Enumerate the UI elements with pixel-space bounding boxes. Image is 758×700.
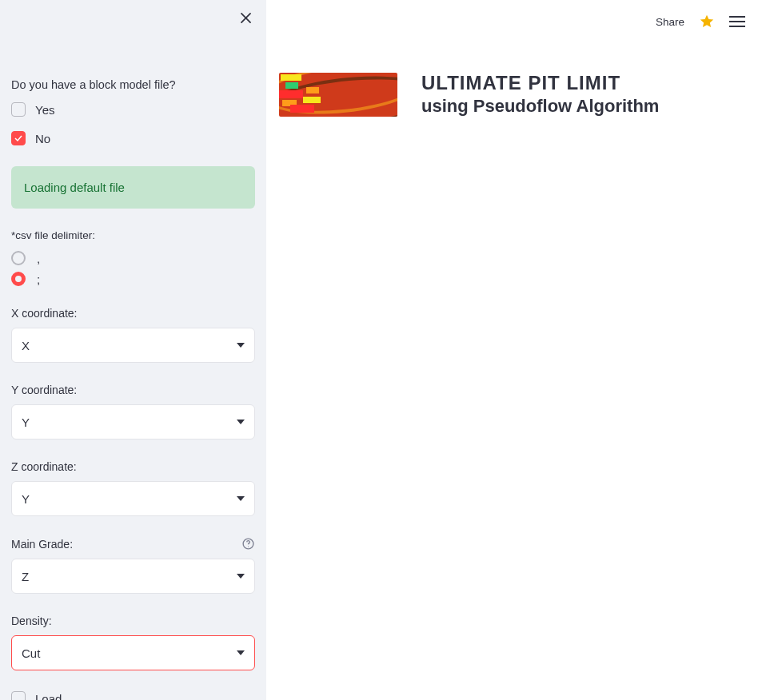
radio-comma-label: , [37,252,40,265]
close-sidebar-button[interactable] [238,10,253,29]
checkbox-load-label: Load [35,692,62,701]
page-subtitle: using Pseudoflow Algorithm [421,96,659,117]
x-coordinate-select[interactable]: X [11,328,255,363]
checkbox-yes-label: Yes [35,103,54,117]
hamburger-line [729,21,745,22]
delimiter-label: *csv file delimiter: [11,229,255,241]
hero-section: ULTIMATE PIT LIMIT using Pseudoflow Algo… [279,72,745,117]
sidebar: Do you have a block model file? Yes No L… [0,0,266,700]
checkbox-checked-icon [11,131,26,145]
svg-point-3 [248,546,249,547]
checkbox-no-label: No [35,132,50,145]
hero-image [279,73,397,117]
radio-semicolon[interactable]: ; [11,272,255,286]
close-icon [238,10,253,26]
hero-text: ULTIMATE PIT LIMIT using Pseudoflow Algo… [421,72,659,117]
checkbox-icon [11,691,26,700]
z-coordinate-select[interactable]: Y [11,481,255,516]
y-coordinate-value: Y [22,416,30,429]
hamburger-menu-button[interactable] [729,16,745,27]
chevron-down-icon [237,650,245,655]
chevron-down-icon [237,574,245,579]
checkbox-yes[interactable]: Yes [11,102,255,117]
checkbox-icon [11,102,26,117]
density-label: Density: [11,614,255,627]
help-icon[interactable] [241,537,255,551]
main-grade-select[interactable]: Z [11,559,255,594]
checkbox-load[interactable]: Load [11,691,255,700]
chevron-down-icon [237,496,245,501]
x-coordinate-label: X coordinate: [11,307,255,320]
z-coordinate-label: Z coordinate: [11,460,255,473]
density-value: Cut [22,646,40,660]
success-alert: Loading default file [11,166,255,209]
hamburger-line [729,26,745,27]
main-content: Share ULTIMATE PIT LIMIT using Pseudoflo… [266,0,758,700]
topbar: Share [279,0,745,43]
star-icon[interactable] [699,14,715,30]
main-grade-value: Z [22,570,29,583]
success-alert-text: Loading default file [24,181,125,194]
hamburger-line [729,16,745,18]
main-grade-label-row: Main Grade: [11,537,255,551]
radio-active-icon [11,272,26,286]
y-coordinate-label: Y coordinate: [11,384,255,396]
radio-icon [11,251,26,265]
checkbox-no[interactable]: No [11,131,255,145]
share-button[interactable]: Share [656,16,684,28]
question-label: Do you have a block model file? [11,78,255,91]
x-coordinate-value: X [22,339,30,352]
density-select[interactable]: Cut [11,635,255,670]
z-coordinate-value: Y [22,492,30,506]
chevron-down-icon [237,420,245,424]
chevron-down-icon [237,343,245,348]
y-coordinate-select[interactable]: Y [11,404,255,439]
main-grade-label: Main Grade: [11,538,73,551]
sidebar-form: Do you have a block model file? Yes No L… [11,78,255,700]
page-title: ULTIMATE PIT LIMIT [421,72,659,94]
radio-semicolon-label: ; [37,272,40,286]
radio-comma[interactable]: , [11,251,255,265]
